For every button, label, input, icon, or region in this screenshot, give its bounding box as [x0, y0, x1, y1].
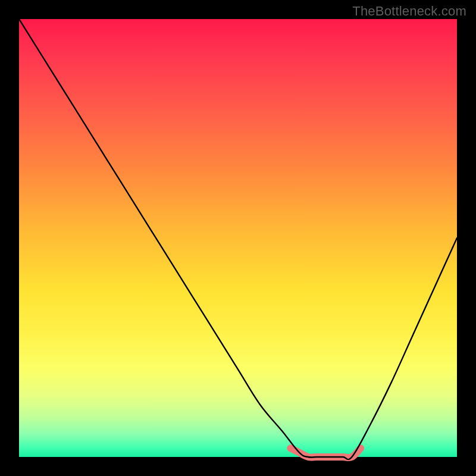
chart-svg [19, 19, 457, 457]
bottleneck-curve [19, 19, 457, 459]
chart-plot-area [19, 19, 457, 457]
outer-frame: TheBottleneck.com [0, 0, 476, 476]
watermark-text: TheBottleneck.com [352, 4, 466, 19]
match-region-highlight [290, 448, 361, 458]
